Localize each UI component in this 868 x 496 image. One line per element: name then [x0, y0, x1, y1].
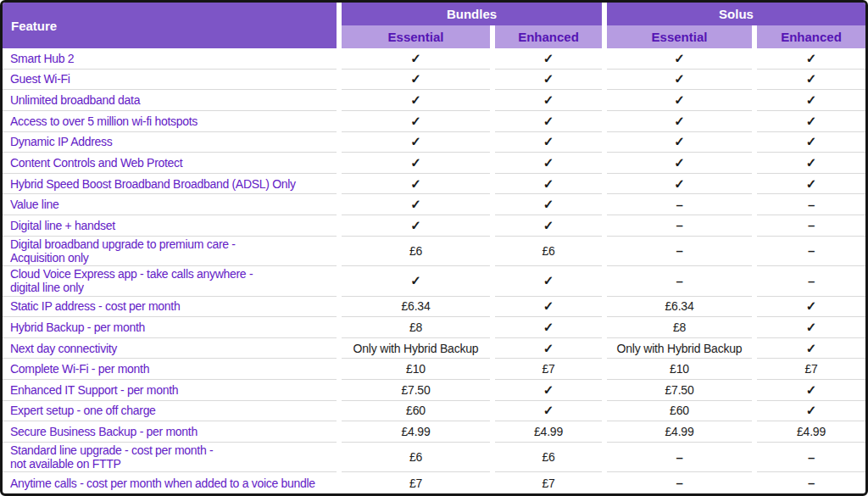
value-text: Only with Hybrid Backup [607, 338, 752, 359]
table-row: Expert setup - one off charge£60✓£60✓ [3, 401, 865, 422]
check-icon: ✓ [607, 70, 752, 91]
table-row: Content Controls and Web Protect✓✓✓✓ [3, 153, 865, 174]
feature-label: Guest Wi-Fi [3, 70, 337, 91]
check-icon: ✓ [342, 70, 490, 91]
value-text: £7 [495, 359, 602, 380]
value-text: £6 [495, 237, 602, 266]
feature-label: Anytime calls - cost per month when adde… [3, 472, 337, 493]
check-icon: ✓ [757, 380, 865, 401]
check-icon: ✓ [342, 194, 490, 215]
dash-icon: – [607, 472, 752, 493]
table-row: Dynamic IP Address✓✓✓✓ [3, 132, 865, 153]
value-text: £4.99 [495, 421, 602, 443]
table-body: Smart Hub 2✓✓✓✓Guest Wi-Fi✓✓✓✓Unlimited … [3, 48, 865, 493]
table-row: Complete Wi-Fi - per month£10£7£10£7 [3, 359, 865, 380]
check-icon: ✓ [495, 380, 602, 401]
check-icon: ✓ [342, 48, 490, 70]
value-text: £6.34 [342, 297, 490, 318]
value-text: £6 [495, 443, 602, 472]
table-row: Cloud Voice Express app - take calls any… [3, 266, 865, 296]
value-text: £7.50 [607, 380, 752, 401]
feature-label: Dynamic IP Address [3, 132, 337, 153]
check-icon: ✓ [495, 111, 602, 132]
value-text: £7 [495, 472, 602, 493]
group-header-bundles: Bundles [342, 3, 602, 25]
value-text: Only with Hybrid Backup [342, 338, 490, 359]
table-row: Hybrid Speed Boost Broadband Broadband (… [3, 174, 865, 195]
dash-icon: – [757, 266, 865, 296]
check-icon: ✓ [495, 317, 602, 338]
check-icon: ✓ [342, 111, 490, 132]
table-row: Digital line + handset✓✓–– [3, 215, 865, 237]
dash-icon: – [607, 215, 752, 237]
value-text: £60 [342, 401, 490, 422]
value-text: £4.99 [607, 421, 752, 443]
column-header-solus-essential: Essential [607, 25, 752, 48]
feature-label: Access to over 5 million wi-fi hotspots [3, 111, 337, 132]
check-icon: ✓ [342, 215, 490, 237]
column-header-bundles-enhanced: Enhanced [495, 25, 602, 48]
dash-icon: – [757, 443, 865, 472]
check-icon: ✓ [342, 266, 490, 296]
check-icon: ✓ [757, 70, 865, 91]
feature-label: Complete Wi-Fi - per month [3, 359, 337, 380]
check-icon: ✓ [495, 401, 602, 422]
feature-column-header: Feature [3, 3, 337, 48]
check-icon: ✓ [495, 48, 602, 70]
table-row: Secure Business Backup - per month£4.99£… [3, 421, 865, 443]
table-header: Feature Bundles Solus Essential Enhanced… [3, 3, 865, 48]
table-row: Guest Wi-Fi✓✓✓✓ [3, 70, 865, 91]
value-text: £7.50 [342, 380, 490, 401]
check-icon: ✓ [757, 297, 865, 318]
feature-label: Standard line upgrade - cost per month -… [3, 443, 337, 472]
feature-label: Content Controls and Web Protect [3, 153, 337, 174]
column-header-solus-enhanced: Enhanced [757, 25, 865, 48]
check-icon: ✓ [757, 338, 865, 359]
dash-icon: – [607, 237, 752, 266]
feature-label: Next day connectivity [3, 338, 337, 359]
check-icon: ✓ [495, 297, 602, 318]
value-text: £8 [342, 317, 490, 338]
dash-icon: – [607, 266, 752, 296]
dash-icon: – [757, 194, 865, 215]
column-header-bundles-essential: Essential [342, 25, 490, 48]
feature-label: Expert setup - one off charge [3, 401, 337, 422]
check-icon: ✓ [607, 174, 752, 195]
check-icon: ✓ [342, 174, 490, 195]
plan-group-row: Bundles Solus [342, 3, 865, 25]
check-icon: ✓ [757, 48, 865, 70]
table-row: Unlimited broadband data✓✓✓✓ [3, 90, 865, 111]
comparison-table: Feature Bundles Solus Essential Enhanced… [0, 0, 868, 496]
dash-icon: – [607, 194, 752, 215]
check-icon: ✓ [495, 153, 602, 174]
check-icon: ✓ [495, 266, 602, 296]
table-row: Enhanced IT Support - per month£7.50✓£7.… [3, 380, 865, 401]
feature-label: Digital line + handset [3, 215, 337, 237]
check-icon: ✓ [757, 153, 865, 174]
dash-icon: – [607, 443, 752, 472]
value-text: £6.34 [607, 297, 752, 318]
check-icon: ✓ [607, 132, 752, 153]
plan-headers: Bundles Solus Essential Enhanced Essenti… [342, 3, 865, 48]
check-icon: ✓ [495, 338, 602, 359]
table-row: Next day connectivityOnly with Hybrid Ba… [3, 338, 865, 359]
group-header-solus: Solus [607, 3, 865, 25]
feature-label: Secure Business Backup - per month [3, 421, 337, 443]
value-text: £6 [342, 237, 490, 266]
check-icon: ✓ [495, 215, 602, 237]
check-icon: ✓ [495, 90, 602, 111]
value-text: £10 [607, 359, 752, 380]
check-icon: ✓ [757, 401, 865, 422]
plan-subheader-row: Essential Enhanced Essential Enhanced [342, 25, 865, 48]
table-row: Static IP address - cost per month£6.34✓… [3, 297, 865, 318]
value-text: £8 [607, 317, 752, 338]
check-icon: ✓ [757, 132, 865, 153]
value-text: £7 [757, 359, 865, 380]
check-icon: ✓ [607, 90, 752, 111]
check-icon: ✓ [757, 317, 865, 338]
table-row: Digital broadband upgrade to premium car… [3, 237, 865, 266]
value-text: £4.99 [757, 421, 865, 443]
feature-label: Digital broadband upgrade to premium car… [3, 237, 337, 266]
value-text: £60 [607, 401, 752, 422]
check-icon: ✓ [607, 153, 752, 174]
